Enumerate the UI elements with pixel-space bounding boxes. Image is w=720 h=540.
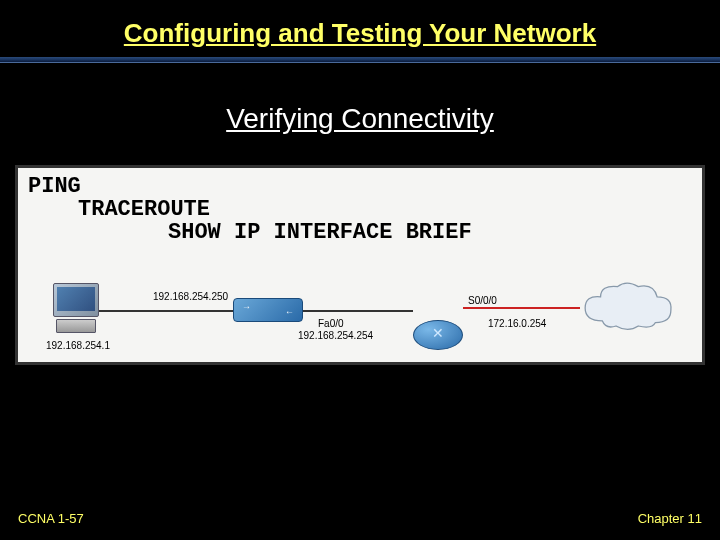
command-ping: PING xyxy=(28,174,472,199)
router-wan-ip-label: 172.16.0.254 xyxy=(488,318,546,329)
cloud-icon xyxy=(573,278,683,338)
switch-interface-label: Fa0/0 xyxy=(318,318,344,329)
link-router-cloud-2 xyxy=(463,307,580,309)
router-serial-label: S0/0/0 xyxy=(468,295,497,306)
page-title: Configuring and Testing Your Network xyxy=(0,18,720,49)
router-icon xyxy=(413,320,463,350)
switch-ip-bottom-label: 192.168.254.254 xyxy=(298,330,373,341)
link-switch-router xyxy=(303,310,413,312)
network-diagram: PING TRACEROUTE SHOW IP INTERFACE BRIEF … xyxy=(15,165,705,365)
footer-chapter: Chapter 11 xyxy=(638,511,702,526)
command-traceroute: TRACEROUTE xyxy=(78,197,472,222)
switch-icon xyxy=(233,298,303,322)
link-pc-switch xyxy=(99,310,233,312)
subtitle: Verifying Connectivity xyxy=(0,103,720,135)
pc-icon xyxy=(53,283,99,333)
switch-ip-top-label: 192.168.254.250 xyxy=(153,291,228,302)
pc-ip-label: 192.168.254.1 xyxy=(46,340,110,351)
footer-page-ref: CCNA 1-57 xyxy=(18,511,84,526)
command-show-ip: SHOW IP INTERFACE BRIEF xyxy=(168,220,472,245)
